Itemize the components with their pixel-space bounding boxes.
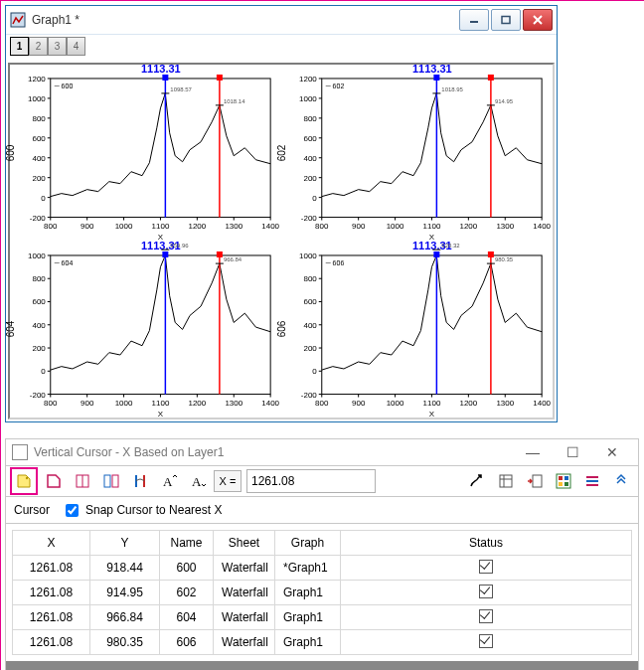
status-check-icon[interactable] <box>479 609 493 623</box>
svg-text:1400: 1400 <box>533 398 551 407</box>
col-header[interactable]: Name <box>160 531 214 556</box>
layer-button-3[interactable]: 3 <box>48 37 67 56</box>
graph-window: Graph1 * 1 2 3 4 1113.31 600 -2000200400… <box>5 5 558 422</box>
link-cursor-button[interactable] <box>127 468 153 494</box>
double-cursor-button[interactable] <box>98 468 124 494</box>
chart-panel-606[interactable]: 1113.31 606 -200020040060080010008009001… <box>281 242 553 419</box>
svg-rect-37 <box>162 75 168 81</box>
svg-text:1018.95: 1018.95 <box>441 86 463 92</box>
svg-text:A: A <box>163 474 173 489</box>
append-button[interactable] <box>522 468 548 494</box>
svg-text:900: 900 <box>80 398 94 407</box>
svg-text:─ 604: ─ 604 <box>54 258 74 265</box>
results-table: XYNameSheetGraphStatus 1261.08918.44600 … <box>12 530 632 655</box>
svg-text:1300: 1300 <box>496 222 514 231</box>
layer-button-4[interactable]: 4 <box>67 37 85 56</box>
svg-rect-156 <box>433 251 439 256</box>
svg-text:1200: 1200 <box>188 398 206 407</box>
svg-text:980.35: 980.35 <box>495 256 514 262</box>
collapse-button[interactable] <box>608 468 634 494</box>
options-button[interactable] <box>579 468 605 494</box>
svg-text:1000: 1000 <box>299 94 317 103</box>
status-check-icon[interactable] <box>479 560 493 574</box>
svg-text:1000: 1000 <box>299 251 317 259</box>
titlebar[interactable]: Graph1 * <box>6 6 557 35</box>
svg-text:800: 800 <box>315 222 329 231</box>
svg-text:X: X <box>158 409 164 418</box>
col-header[interactable]: Sheet <box>214 531 275 556</box>
svg-rect-87 <box>51 254 270 394</box>
go-button[interactable] <box>464 468 490 494</box>
svg-text:1000: 1000 <box>28 94 46 103</box>
svg-text:1200: 1200 <box>28 75 46 84</box>
svg-text:1300: 1300 <box>225 398 242 407</box>
plot-area[interactable]: 1113.31 600 -200020040060080010001200800… <box>8 63 555 419</box>
svg-text:900: 900 <box>352 398 366 407</box>
vc-title-text: Vertical Cursor - X Based on Layer1 <box>34 445 224 459</box>
vc-app-icon <box>12 444 28 460</box>
chart-panel-604[interactable]: 1113.31 604 -200020040060080010008009001… <box>10 242 281 419</box>
svg-text:914.95: 914.95 <box>495 98 514 104</box>
add-tag-button[interactable] <box>10 467 38 495</box>
vc-close-button[interactable]: ✕ <box>592 444 632 460</box>
svg-text:1200: 1200 <box>459 398 477 407</box>
col-header[interactable]: Y <box>90 531 160 556</box>
chart-panel-600[interactable]: 1113.31 600 -200020040060080010001200800… <box>10 65 281 242</box>
preferences-button[interactable] <box>551 468 576 494</box>
single-cursor-button[interactable] <box>70 468 95 494</box>
svg-text:1300: 1300 <box>496 398 514 407</box>
svg-text:800: 800 <box>303 114 317 123</box>
layer-button-1[interactable]: 1 <box>10 37 29 56</box>
svg-text:0: 0 <box>41 367 46 376</box>
snap-checkbox-input[interactable] <box>66 504 79 517</box>
svg-text:1000: 1000 <box>28 251 46 259</box>
chart-panel-602[interactable]: 1113.31 602 -200020040060080010001200800… <box>281 65 553 242</box>
vc-titlebar[interactable]: Vertical Cursor - X Based on Layer1 — ☐ … <box>6 439 638 465</box>
results-table-wrap: XYNameSheetGraphStatus 1261.08918.44600 … <box>6 524 638 661</box>
table-row[interactable]: 1261.08980.35606 WaterfallGraph1 <box>13 630 632 655</box>
minimize-button[interactable] <box>459 9 489 31</box>
svg-text:1200: 1200 <box>188 222 206 231</box>
maximize-button[interactable] <box>491 9 521 31</box>
svg-text:1400: 1400 <box>533 222 551 231</box>
svg-text:600: 600 <box>32 134 46 143</box>
col-header[interactable]: X <box>13 531 90 556</box>
svg-text:800: 800 <box>44 398 58 407</box>
output-button[interactable] <box>493 468 519 494</box>
col-header[interactable]: Status <box>341 531 632 556</box>
svg-text:200: 200 <box>32 344 46 353</box>
table-row[interactable]: 1261.08918.44600 Waterfall*Graph1 <box>13 556 632 581</box>
snap-label-text: Snap Cursor to Nearest X <box>85 503 222 517</box>
svg-text:1100: 1100 <box>423 222 441 231</box>
x-value-input[interactable] <box>246 469 376 493</box>
vc-toolbar: A A X = <box>6 465 638 497</box>
decrease-font-button[interactable]: A <box>185 468 211 494</box>
snap-checkbox[interactable]: Snap Cursor to Nearest X <box>62 501 222 520</box>
svg-rect-182 <box>564 482 568 486</box>
status-check-icon[interactable] <box>479 585 493 598</box>
svg-text:1100: 1100 <box>152 398 170 407</box>
svg-text:400: 400 <box>303 154 317 163</box>
svg-text:600: 600 <box>303 297 317 306</box>
col-header[interactable]: Graph <box>275 531 341 556</box>
table-row[interactable]: 1261.08914.95602 WaterfallGraph1 <box>13 581 632 605</box>
vc-maximize-button[interactable]: ☐ <box>553 444 592 460</box>
layer-button-2[interactable]: 2 <box>29 37 48 56</box>
svg-text:959.96: 959.96 <box>170 243 189 249</box>
svg-text:800: 800 <box>32 274 46 283</box>
status-check-icon[interactable] <box>479 634 493 648</box>
svg-rect-39 <box>217 75 223 81</box>
table-row[interactable]: 1261.08966.84604 WaterfallGraph1 <box>13 605 632 630</box>
svg-rect-119 <box>217 251 223 256</box>
svg-rect-158 <box>488 251 494 256</box>
layer-bar: 1 2 3 4 <box>6 35 557 61</box>
vc-minimize-button[interactable]: — <box>513 444 553 460</box>
tag-settings-button[interactable] <box>41 468 67 494</box>
close-button[interactable] <box>523 9 553 31</box>
svg-text:0: 0 <box>41 194 46 203</box>
svg-text:920.32: 920.32 <box>441 243 460 249</box>
svg-text:1100: 1100 <box>152 222 170 231</box>
svg-rect-168 <box>104 475 110 487</box>
increase-font-button[interactable]: A <box>156 468 182 494</box>
statusbar <box>6 661 638 670</box>
